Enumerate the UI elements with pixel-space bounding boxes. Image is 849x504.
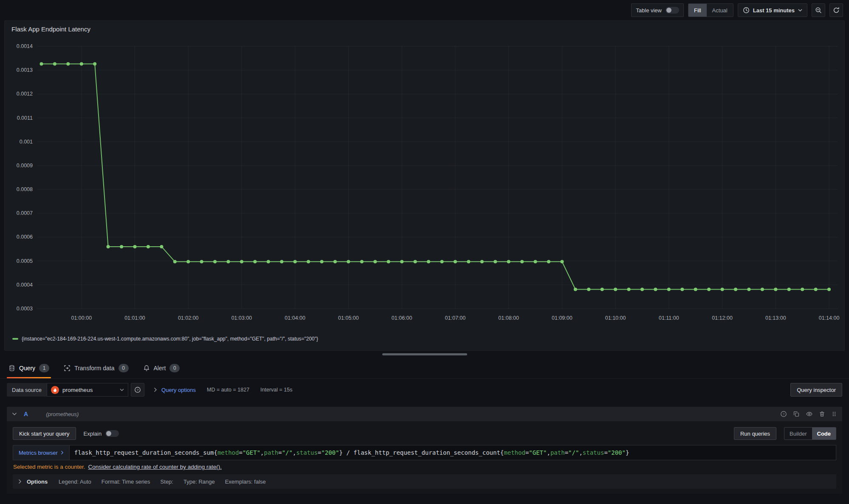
- legend-series-label: {instance="ec2-184-169-216-224.us-west-1…: [22, 336, 318, 342]
- svg-text:01:09:00: 01:09:00: [552, 315, 573, 321]
- datasource-label: Data source: [7, 383, 47, 397]
- collapse-chevron-icon[interactable]: [12, 412, 17, 416]
- svg-text:01:12:00: 01:12:00: [712, 315, 733, 321]
- svg-text:01:00:00: 01:00:00: [71, 315, 92, 321]
- table-view-label: Table view: [636, 7, 662, 14]
- legend-series-color: [12, 338, 18, 340]
- fill-button[interactable]: Fill: [688, 4, 707, 17]
- duplicate-query-icon[interactable]: [793, 411, 800, 417]
- svg-text:01:10:00: 01:10:00: [605, 315, 626, 321]
- datasource-row: Data source prometheus ? Query options M…: [0, 379, 849, 401]
- options-summary: Legend: AutoFormat: Time seriesStep:Type…: [59, 479, 266, 485]
- chevron-down-icon: [798, 9, 802, 11]
- splitter-drag-handle[interactable]: [382, 353, 467, 355]
- transform-count-badge: 0: [118, 364, 129, 372]
- panel-title: Flask App Endpoint Latency: [5, 21, 844, 34]
- run-queries-button[interactable]: Run queries: [734, 427, 776, 440]
- svg-text:?: ?: [783, 412, 785, 416]
- chevron-right-icon[interactable]: [154, 387, 157, 392]
- svg-text:0.001: 0.001: [20, 139, 33, 145]
- panel: Flask App Endpoint Latency 0.00140.00130…: [4, 20, 845, 351]
- tab-alert[interactable]: Alert 0: [141, 358, 182, 378]
- svg-text:01:07:00: 01:07:00: [445, 315, 466, 321]
- query-row-body: Kick start your query Explain Run querie…: [7, 421, 842, 494]
- options-summary-item: Step:: [161, 479, 173, 485]
- time-zoom-out-button[interactable]: [812, 3, 825, 17]
- tab-transform-label: Transform data: [74, 365, 114, 372]
- builder-mode-button[interactable]: Builder: [784, 428, 812, 439]
- query-options-toggle[interactable]: Query options: [161, 387, 196, 393]
- time-range-label: Last 15 minutes: [753, 7, 795, 14]
- explain-toggle[interactable]: [105, 430, 119, 437]
- query-editor-section: A (prometheus) ? Kick start your query: [7, 407, 842, 494]
- svg-text:?: ?: [137, 388, 139, 392]
- svg-text:0.0009: 0.0009: [17, 163, 33, 169]
- database-icon: [8, 365, 15, 372]
- question-circle-icon: ?: [134, 386, 141, 393]
- tab-query-label: Query: [19, 365, 35, 372]
- query-inspector-button[interactable]: Query inspector: [790, 383, 842, 397]
- metrics-browser-toggle[interactable]: Metrics browser: [13, 445, 69, 460]
- fill-actual-group: Fill Actual: [688, 3, 733, 17]
- datasource-picker[interactable]: prometheus: [47, 383, 128, 397]
- kick-start-query-button[interactable]: Kick start your query: [13, 427, 76, 440]
- svg-text:01:06:00: 01:06:00: [392, 315, 412, 321]
- alert-count-badge: 0: [169, 364, 180, 372]
- chart-legend[interactable]: {instance="ec2-184-169-216-224.us-west-1…: [5, 333, 844, 344]
- builder-code-switch: Builder Code: [784, 427, 836, 440]
- time-range-picker[interactable]: Last 15 minutes: [738, 3, 807, 17]
- query-row-header[interactable]: A (prometheus) ?: [7, 407, 842, 421]
- promql-query-input[interactable]: flask_http_request_duration_seconds_sum{…: [69, 445, 836, 460]
- datasource-selected: prometheus: [62, 387, 116, 393]
- svg-text:0.0008: 0.0008: [17, 186, 33, 192]
- tab-alert-label: Alert: [154, 365, 166, 372]
- svg-text:01:04:00: 01:04:00: [285, 315, 305, 321]
- metrics-browser-label: Metrics browser: [19, 450, 58, 456]
- zoom-out-icon: [815, 7, 822, 14]
- timeseries-chart[interactable]: 0.00140.00130.00120.00110.0010.00090.000…: [5, 34, 844, 333]
- svg-text:0.0005: 0.0005: [17, 258, 33, 264]
- explain-label: Explain: [84, 431, 102, 437]
- svg-text:01:14:00: 01:14:00: [819, 315, 840, 321]
- delete-query-trash-icon[interactable]: [819, 411, 825, 417]
- query-ref-id: A: [24, 411, 28, 417]
- svg-text:0.0003: 0.0003: [17, 306, 33, 312]
- editor-tabs: Query 1 Transform data 0 Alert 0: [0, 358, 849, 379]
- refresh-button[interactable]: [829, 3, 843, 17]
- code-mode-button[interactable]: Code: [812, 428, 836, 439]
- svg-text:01:11:00: 01:11:00: [659, 315, 679, 321]
- counter-warning: Selected metric is a counter. Consider c…: [13, 464, 836, 470]
- svg-text:0.0006: 0.0006: [17, 234, 33, 240]
- add-rate-link[interactable]: Consider calculating rate of counter by …: [88, 464, 222, 470]
- svg-text:0.0004: 0.0004: [17, 282, 33, 288]
- query-help-icon[interactable]: ?: [780, 411, 787, 417]
- transform-icon: [64, 365, 71, 372]
- bell-icon: [143, 365, 150, 372]
- svg-text:0.0011: 0.0011: [17, 115, 33, 121]
- refresh-icon: [833, 7, 840, 14]
- svg-text:0.0012: 0.0012: [17, 91, 33, 97]
- prometheus-icon: [51, 386, 59, 394]
- svg-text:01:13:00: 01:13:00: [765, 315, 786, 321]
- drag-handle-icon[interactable]: [831, 411, 837, 417]
- options-label: Options: [27, 479, 48, 485]
- chevron-down-icon: [120, 389, 124, 391]
- clock-icon: [743, 7, 750, 14]
- svg-text:0.0013: 0.0013: [17, 67, 33, 73]
- max-data-points-text: MD = auto = 1827: [207, 387, 249, 393]
- svg-text:01:08:00: 01:08:00: [498, 315, 519, 321]
- chevron-right-icon: [61, 451, 64, 455]
- table-view-toggle[interactable]: [666, 7, 679, 14]
- promql-editor-row: Metrics browser flask_http_request_durat…: [13, 445, 836, 460]
- query-options-collapsed[interactable]: Options Legend: AutoFormat: Time seriesS…: [13, 474, 836, 489]
- hide-query-eye-icon[interactable]: [806, 411, 813, 417]
- datasource-help-button[interactable]: ?: [131, 383, 144, 397]
- tab-query[interactable]: Query 1: [7, 358, 51, 378]
- options-summary-item: Type: Range: [183, 479, 215, 485]
- table-view-group: Table view: [631, 3, 684, 17]
- svg-text:01:05:00: 01:05:00: [338, 315, 359, 321]
- tab-transform-data[interactable]: Transform data 0: [62, 358, 130, 378]
- actual-button[interactable]: Actual: [707, 4, 733, 17]
- query-toolbar-row: Kick start your query Explain Run querie…: [13, 427, 836, 440]
- panel-editor-toolbar: Table view Fill Actual Last 15 minutes: [0, 0, 849, 20]
